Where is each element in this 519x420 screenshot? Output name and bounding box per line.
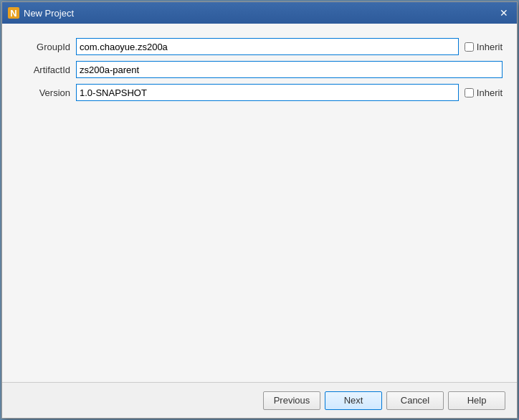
- version-inherit-label: Inherit: [477, 87, 503, 98]
- form-area: GroupId Inherit ArtifactId Version Inher…: [16, 38, 503, 101]
- version-row: Version Inherit: [16, 84, 503, 101]
- artifact-id-row: ArtifactId: [16, 61, 503, 78]
- dialog-icon: N: [8, 7, 19, 19]
- next-button[interactable]: Next: [325, 391, 382, 410]
- version-input[interactable]: [76, 84, 459, 101]
- version-label: Version: [16, 87, 70, 98]
- artifact-id-label: ArtifactId: [16, 65, 70, 75]
- previous-button[interactable]: Previous: [263, 391, 320, 410]
- group-id-row: GroupId Inherit: [16, 38, 503, 55]
- close-button[interactable]: ✕: [497, 6, 511, 20]
- group-id-input[interactable]: [76, 38, 459, 55]
- help-button[interactable]: Help: [448, 391, 505, 410]
- dialog-body: GroupId Inherit ArtifactId Version Inher…: [2, 24, 517, 382]
- button-bar: Previous Next Cancel Help: [2, 382, 517, 418]
- group-id-inherit-label: Inherit: [477, 42, 503, 52]
- group-id-inherit-checkbox[interactable]: [465, 42, 474, 52]
- dialog-title: New Project: [24, 8, 74, 19]
- title-bar: N New Project ✕: [2, 2, 517, 24]
- artifact-id-input[interactable]: [76, 61, 503, 78]
- version-inherit-checkbox[interactable]: [465, 88, 474, 97]
- new-project-dialog: N New Project ✕ GroupId Inherit Artifact…: [1, 1, 518, 419]
- group-id-label: GroupId: [16, 42, 70, 52]
- cancel-button[interactable]: Cancel: [386, 391, 444, 410]
